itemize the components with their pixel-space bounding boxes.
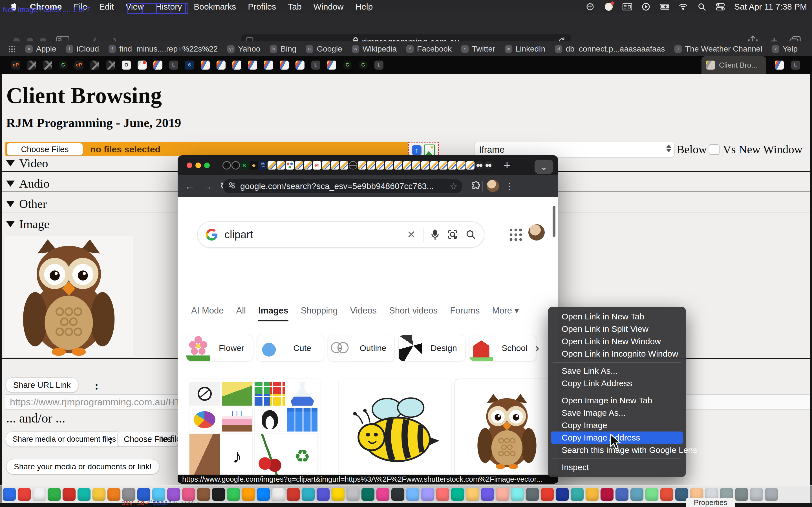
tab-favicon-l[interactable]: L	[791, 61, 800, 69]
dock-app-29[interactable]	[421, 488, 434, 501]
dock-app-50[interactable]	[735, 488, 748, 501]
tab-favicon-o[interactable]: O	[122, 61, 131, 69]
keyboard-icon[interactable]	[622, 2, 632, 11]
tab-favicon-l[interactable]: L	[374, 61, 384, 69]
inner-tab-favicon-doc2[interactable]	[457, 161, 465, 170]
section-audio[interactable]: Audio	[6, 177, 50, 190]
context-menu-item-inspect[interactable]: Inspect	[548, 461, 686, 473]
tab-favicon-cp[interactable]: cP	[11, 61, 20, 69]
dock-app-35[interactable]	[511, 488, 524, 501]
tab-ai-mode[interactable]: AI Mode	[191, 305, 223, 318]
section-other[interactable]: Other	[6, 197, 47, 211]
inner-tab-favicon-gm[interactable]: M	[313, 161, 321, 170]
bookmark-item[interactable]: YYelp	[772, 45, 798, 54]
dock-app-5[interactable]	[63, 488, 75, 501]
inner-address-bar[interactable]: google.com/search?sca_esv=5e9bb948607cc7…	[223, 179, 462, 193]
image-result-owl[interactable]	[455, 379, 558, 483]
chips-scroll-arrow[interactable]: ›	[535, 341, 539, 355]
bookmark-item[interactable]: inLinkedIn	[505, 45, 546, 54]
tab-favicon-six[interactable]: 6	[185, 61, 194, 69]
context-menu-item-copy-link-address[interactable]: Copy Link Address	[548, 377, 686, 390]
voice-search-icon[interactable]	[431, 229, 439, 240]
dock-app-23[interactable]	[332, 488, 345, 501]
inner-tab-favicon-doc2[interactable]	[304, 161, 312, 170]
menu-item-bookmarks[interactable]: Bookmarks	[194, 2, 236, 11]
bookmark-item[interactable]: AApple	[26, 45, 56, 54]
tab-favicon-doc[interactable]	[232, 61, 241, 69]
tab-search-chevron[interactable]: ⌄	[535, 160, 553, 174]
inner-forward-button[interactable]: →	[202, 180, 213, 192]
context-menu-item-open-link-in-split-view[interactable]: Open Link in Split View	[548, 323, 686, 335]
menu-item-profiles[interactable]: Profiles	[248, 2, 276, 11]
dock-app-3[interactable]	[33, 488, 46, 501]
clear-search-icon[interactable]: ✕	[407, 229, 416, 240]
search-query[interactable]: clipart	[224, 229, 407, 241]
inner-tab-favicon-doc2[interactable]	[331, 161, 339, 170]
properties-panel-tab[interactable]: Properties	[686, 498, 735, 507]
tune-icon[interactable]	[228, 181, 236, 191]
dock-app-13[interactable]	[182, 488, 195, 501]
google-search-box[interactable]: clipart ✕	[197, 221, 485, 248]
search-icon[interactable]	[466, 230, 476, 240]
dock-app-10[interactable]	[137, 488, 150, 501]
chrome-menu-icon[interactable]: ⋮	[505, 181, 514, 191]
lens-search-icon[interactable]	[447, 229, 458, 240]
dock-app-43[interactable]	[630, 488, 644, 501]
dock-app-45[interactable]	[660, 488, 673, 501]
vs-new-window-checkbox[interactable]	[709, 144, 719, 155]
tab-favicon-g[interactable]: G	[359, 61, 368, 69]
dock-app-33[interactable]	[481, 488, 494, 501]
filter-chip-cute[interactable]: Cute	[257, 335, 324, 361]
dock-app-19[interactable]	[272, 488, 285, 501]
dock-app-8[interactable]	[107, 488, 120, 501]
bookmark-item[interactable]: ffind_minus....rep+%22s%22	[109, 45, 218, 54]
context-menu-item-open-link-in-new-tab[interactable]: Open Link in New Tab	[548, 311, 686, 323]
tab-favicon-doc[interactable]	[327, 61, 336, 69]
dock-app-36[interactable]	[526, 488, 539, 501]
inner-tab-favicon-doc2[interactable]	[403, 161, 411, 170]
dock-app-42[interactable]	[615, 488, 628, 501]
target-select[interactable]: Iframe	[474, 142, 674, 157]
inner-tab-favicon-doc2[interactable]	[340, 161, 348, 170]
inner-tab-favicon-doc2[interactable]	[385, 161, 393, 170]
image-result-collage[interactable]	[186, 379, 321, 482]
context-menu-item-copy-image[interactable]: Copy Image	[548, 419, 686, 432]
shared-image-preview[interactable]	[5, 236, 133, 358]
dock-app-7[interactable]	[93, 488, 105, 501]
tab-favicon-doc[interactable]	[153, 61, 162, 69]
inner-tab-favicon-dk[interactable]	[232, 161, 240, 170]
tab-favicon-mtn[interactable]	[106, 61, 115, 69]
bookmark-item[interactable]: TThe Weather Channel	[674, 45, 762, 54]
bookmark-item[interactable]: ddb_connect.p...aaasaaafaas	[555, 45, 665, 54]
dock-app-31[interactable]	[451, 488, 464, 501]
inner-tab-favicon-brit[interactable]: brit box	[259, 161, 267, 170]
dock-app-44[interactable]	[645, 488, 658, 501]
inner-minimize-button[interactable]	[195, 163, 201, 168]
inner-close-button[interactable]	[187, 163, 192, 168]
dock-app-12[interactable]	[167, 488, 180, 501]
dock-app-11[interactable]	[152, 488, 165, 501]
tab-more-[interactable]: More ▾	[492, 305, 519, 318]
menu-item-tab[interactable]: Tab	[288, 2, 301, 11]
inner-tab-favicon-doc2[interactable]	[367, 161, 375, 170]
dock-app-40[interactable]	[586, 488, 599, 501]
filter-chip-school[interactable]: School	[469, 335, 536, 361]
tab-forums[interactable]: Forums	[450, 305, 479, 318]
tab-videos[interactable]: Videos	[350, 305, 377, 318]
inner-tab-favicon-doc2[interactable]	[412, 161, 420, 170]
dock-app-18[interactable]	[257, 488, 270, 501]
google-account-avatar[interactable]	[528, 224, 545, 240]
dock-app-34[interactable]	[496, 488, 509, 501]
inner-tab-favicon-doc2[interactable]	[466, 161, 474, 170]
context-menu-item-save-image-as-[interactable]: Save Image As...	[548, 407, 686, 419]
tab-favicon-doc[interactable]	[296, 61, 305, 69]
inner-tab-favicon-k[interactable]: K	[241, 161, 249, 170]
extensions-icon[interactable]	[471, 181, 480, 191]
dock-app-51[interactable]	[750, 488, 763, 501]
dock-app-9[interactable]	[122, 488, 135, 501]
inner-tab-favicon-doc2[interactable]	[430, 161, 439, 170]
inner-tab-favicon-doc2[interactable]	[358, 161, 366, 170]
wifi-icon[interactable]	[678, 2, 688, 11]
context-menu-item-save-link-as-[interactable]: Save Link As...	[548, 365, 686, 377]
display-icon[interactable]	[585, 2, 595, 11]
